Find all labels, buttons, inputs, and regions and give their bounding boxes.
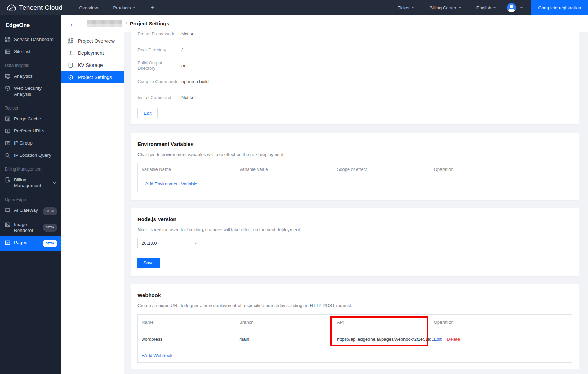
- add-environment-variable-link[interactable]: + Add Environment Variable: [142, 181, 197, 186]
- svg-text:IP: IP: [7, 142, 9, 144]
- back-arrow-icon[interactable]: ←: [61, 20, 81, 27]
- nav-language[interactable]: English: [469, 0, 504, 15]
- edgeone-sidebar: EdgeOne Service Dashboard Site List Data…: [0, 15, 61, 374]
- beta-badge: BETA: [43, 224, 57, 232]
- database-icon: [68, 62, 73, 68]
- sidebar-item-web-security-analysis[interactable]: Web Security Analysis: [0, 82, 61, 100]
- webhook-add-row: +Add Webhook: [138, 348, 572, 362]
- sidebar-item-billing-management[interactable]: Billing Management: [0, 174, 61, 192]
- nav-add-tab-button[interactable]: +: [143, 0, 162, 15]
- project-subnav: Project Overview Deployment KV Storage P…: [61, 32, 124, 374]
- tab-project-settings[interactable]: Project Settings: [61, 71, 124, 83]
- nodejs-title: Node.js Version: [137, 216, 572, 222]
- chevron-down-icon: [53, 181, 56, 184]
- user-avatar[interactable]: [507, 3, 516, 12]
- sidebar-section-toolset: Toolset: [0, 100, 61, 113]
- page-title: Project Settings: [130, 20, 169, 26]
- sidebar-item-purge-cache[interactable]: Purge Cache: [0, 113, 61, 125]
- env-vars-description: Changes to environment variables will ta…: [137, 152, 572, 157]
- sidebar-section-open-edge: Open Edge: [0, 192, 61, 204]
- sidebar-section-data-insights: Data Insights: [0, 58, 61, 70]
- caret-down-icon: [493, 7, 496, 8]
- gear-icon: [68, 75, 73, 80]
- ip-group-icon: IP: [5, 140, 10, 146]
- sidebar-section-billing-management: Billing Management: [0, 161, 61, 174]
- project-overview-icon: [68, 38, 73, 44]
- edit-build-settings-button[interactable]: Edit: [137, 108, 158, 118]
- webhook-name: wordpress: [138, 337, 239, 342]
- sidebar-item-ip-location-query[interactable]: IP Location Query: [0, 149, 61, 161]
- main-content: Preset Framework Not set Root Directory …: [124, 32, 588, 374]
- sidebar-item-prefetch-urls[interactable]: Prefetch URLs: [0, 125, 61, 137]
- build-settings-card: Preset Framework Not set Root Directory …: [131, 32, 579, 124]
- webhook-operations: Edit Delete: [434, 337, 572, 342]
- nav-overview[interactable]: Overview: [71, 0, 105, 15]
- env-vars-table: Variable Name Variable Value Scope of ef…: [137, 163, 572, 192]
- nav-ticket[interactable]: Ticket: [390, 0, 422, 15]
- beta-badge: BETA: [43, 207, 57, 215]
- nodejs-description: Node.js version used for building, chang…: [137, 227, 572, 232]
- caret-down-icon: [133, 7, 136, 8]
- nodejs-version-card: Node.js Version Node.js version used for…: [131, 208, 579, 276]
- setting-row-compile-commands: Compile Commands npm run build: [137, 73, 572, 89]
- search-icon: [5, 153, 10, 158]
- sidebar-item-image-renderer[interactable]: Image Renderer BETA: [0, 218, 61, 236]
- brand-text: Tencent Cloud: [19, 4, 62, 11]
- webhook-api-url: https://api.edgeone.ai/pages/webhook/2f2…: [337, 337, 434, 342]
- setting-row-root-directory: Root Directory /: [137, 42, 572, 58]
- breadcrumb: ← / Project Settings: [61, 15, 588, 32]
- setting-row-preset-framework: Preset Framework Not set: [137, 32, 572, 42]
- delete-webhook-link[interactable]: Delete: [447, 337, 460, 342]
- breadcrumb-separator: /: [126, 21, 127, 26]
- caret-down-icon: [411, 7, 414, 8]
- account-menu[interactable]: [504, 3, 531, 12]
- tab-project-overview[interactable]: Project Overview: [61, 35, 124, 47]
- webhook-card: Webhook Create a unique URL to trigger a…: [131, 284, 579, 369]
- webhook-table-header: Name Branch API Operation: [138, 315, 572, 330]
- sidebar-item-service-dashboard[interactable]: Service Dashboard: [0, 33, 61, 45]
- tab-deployment[interactable]: Deployment: [61, 47, 124, 59]
- env-vars-empty-row: + Add Environment Variable: [138, 176, 572, 192]
- image-icon: [5, 222, 10, 227]
- project-name-redacted: [87, 20, 122, 27]
- save-node-version-button[interactable]: Save: [137, 258, 160, 268]
- sidebar-item-ip-group[interactable]: IP IP Group: [0, 137, 61, 149]
- webhook-branch: main: [239, 337, 337, 342]
- tencent-cloud-logo-icon: [6, 4, 16, 11]
- environment-variables-card: Environment Variables Changes to environ…: [131, 133, 579, 200]
- node-version-selected-value: 20.18.0: [142, 241, 157, 246]
- complete-registration-button[interactable]: Complete registration: [531, 0, 588, 15]
- env-vars-title: Environment Variables: [137, 141, 572, 147]
- sidebar-item-ai-gateway[interactable]: AI Gateway BETA: [0, 204, 61, 218]
- ai-gateway-icon: [5, 208, 10, 213]
- sidebar-item-analytics[interactable]: Analytics: [0, 70, 61, 82]
- sidebar-item-site-list[interactable]: Site List: [0, 45, 61, 58]
- caret-down-icon: [458, 7, 461, 8]
- prefetch-urls-icon: [5, 128, 10, 134]
- top-navbar: Tencent Cloud Overview Products + Ticket…: [0, 0, 588, 15]
- shield-icon: [5, 86, 10, 91]
- chevron-down-icon: [195, 241, 198, 244]
- deploy-upload-icon: [68, 50, 73, 56]
- webhook-description: Create a unique URL to trigger a new dep…: [137, 303, 572, 308]
- webhook-table-row: wordpress main https://api.edgeone.ai/pa…: [138, 330, 572, 348]
- edit-webhook-link[interactable]: Edit: [434, 337, 442, 342]
- billing-icon: [5, 177, 10, 183]
- tencent-cloud-brand[interactable]: Tencent Cloud: [0, 4, 71, 11]
- analytics-icon: [5, 73, 10, 79]
- site-list-icon: [5, 49, 10, 54]
- purge-cache-icon: [5, 116, 10, 122]
- nav-products[interactable]: Products: [106, 0, 143, 15]
- setting-row-install-command: Install Command Not set: [137, 89, 572, 105]
- node-version-select[interactable]: 20.18.0: [137, 238, 201, 248]
- dashboard-icon: [5, 37, 10, 42]
- sidebar-item-pages[interactable]: Pages BETA: [0, 236, 61, 251]
- env-vars-table-header: Variable Name Variable Value Scope of ef…: [138, 163, 572, 176]
- add-webhook-link[interactable]: +Add Webhook: [142, 353, 172, 358]
- tab-kv-storage[interactable]: KV Storage: [61, 59, 124, 71]
- webhook-title: Webhook: [137, 292, 572, 298]
- beta-badge: BETA: [43, 240, 57, 247]
- setting-row-build-output-directory: Build Output Directory out: [137, 58, 572, 73]
- nav-billing-center[interactable]: Billing Center: [422, 0, 469, 15]
- sidebar-title: EdgeOne: [0, 15, 61, 33]
